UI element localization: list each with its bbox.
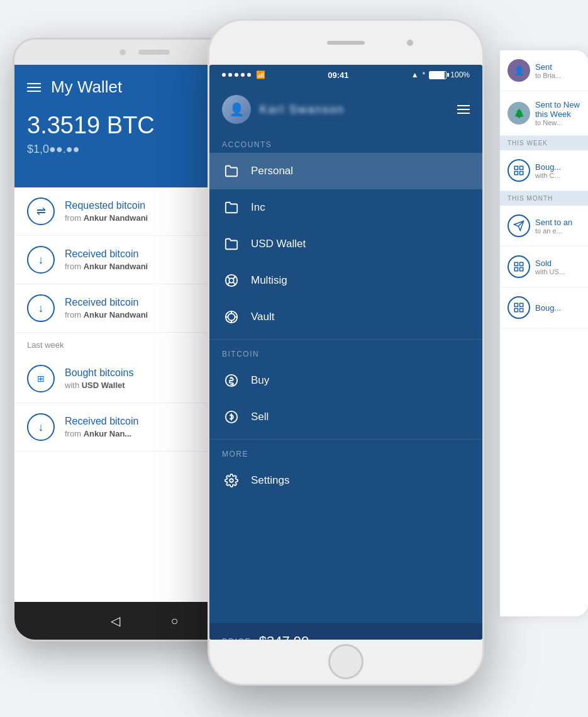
preview-sub: to New... xyxy=(535,119,580,126)
sidebar-item-buy[interactable]: Buy xyxy=(209,362,482,399)
this-week-section: THIS WEEK xyxy=(500,136,588,150)
svg-rect-23 xyxy=(520,172,523,175)
list-item[interactable]: Boug... with C... xyxy=(500,150,588,191)
status-right: ▲ * 100% xyxy=(411,70,470,79)
android-speaker xyxy=(138,50,170,55)
signal-dot xyxy=(241,73,245,77)
status-time: 09:41 xyxy=(328,70,348,80)
receive-icon: ↓ xyxy=(27,294,55,322)
sidebar-item-label: Inc xyxy=(251,201,265,214)
signal-arrow-icon: ▲ xyxy=(411,70,419,79)
ios-bottom xyxy=(209,640,482,684)
svg-point-1 xyxy=(229,278,233,282)
sidebar-item-label: Buy xyxy=(251,374,269,387)
preview-title: Boug... xyxy=(535,303,580,313)
folder-icon xyxy=(222,235,241,253)
signal-dot xyxy=(228,73,232,77)
sidebar-item-multisig[interactable]: Multisig xyxy=(209,262,482,299)
avatar: 🌲 xyxy=(508,102,530,125)
preview-text: Sent to an to an e... xyxy=(535,218,580,235)
sidebar-item-personal[interactable]: Personal xyxy=(209,153,482,189)
preview-sub: with US... xyxy=(535,268,580,275)
this-month-section: THIS MONTH xyxy=(500,191,588,206)
wifi-icon: 📶 xyxy=(256,70,265,79)
list-item[interactable]: Sold with US... xyxy=(500,247,588,287)
buy-icon xyxy=(508,296,530,319)
sidebar-item-label: Settings xyxy=(251,474,289,487)
wallet-title: My Wallet xyxy=(51,77,122,97)
status-left: 📶 xyxy=(222,70,265,79)
battery-icon xyxy=(429,71,447,79)
signal-dot xyxy=(235,73,238,77)
right-preview-panel: 👤 Sent to Bria... 🌲 Sent to New this Wee… xyxy=(500,50,588,616)
price-bar: PRICE $347.90 xyxy=(209,623,482,640)
signal-dot xyxy=(222,73,226,77)
preview-text: Sent to Bria... xyxy=(535,62,580,79)
bitcoin-icon xyxy=(222,371,241,390)
more-section-label: MORE xyxy=(209,443,482,462)
ios-app: 👤 Karl Swanson ACCOUNTS Personal xyxy=(209,85,482,640)
sidebar-item-settings[interactable]: Settings xyxy=(209,462,482,499)
svg-rect-30 xyxy=(514,268,518,271)
ios-speaker xyxy=(327,41,365,45)
preview-sub: to an e... xyxy=(535,227,580,235)
battery-percent: 100% xyxy=(450,70,470,79)
svg-rect-29 xyxy=(520,268,523,271)
preview-text: Sent to New this Week to New... xyxy=(535,100,580,126)
folder-icon xyxy=(222,198,241,217)
preview-text: Sold with US... xyxy=(535,258,580,275)
svg-rect-27 xyxy=(514,262,518,265)
ios-notch xyxy=(209,21,482,65)
svg-rect-32 xyxy=(520,303,523,306)
sidebar-item-label: Personal xyxy=(251,165,293,177)
ios-hamburger-icon[interactable] xyxy=(457,105,470,114)
preview-title: Sent to an xyxy=(535,218,580,227)
gear-icon xyxy=(222,471,241,490)
list-item[interactable]: Sent to an to an e... xyxy=(500,206,588,247)
menu-divider xyxy=(209,439,482,440)
sidebar-item-inc[interactable]: Inc xyxy=(209,189,482,226)
bitcoin-section-label: BITCOIN xyxy=(209,343,482,362)
receive-icon: ↓ xyxy=(27,246,55,274)
price-label: PRICE xyxy=(222,637,252,640)
ios-screen: 📶 09:41 ▲ * 100% 👤 Karl Swanson xyxy=(209,65,482,640)
list-item[interactable]: Boug... xyxy=(500,287,588,328)
buy-icon: ⊞ xyxy=(27,365,55,392)
menu-divider xyxy=(209,339,482,340)
android-home-button[interactable]: ○ xyxy=(170,614,178,628)
ios-home-button[interactable] xyxy=(328,644,363,679)
svg-point-20 xyxy=(230,479,233,482)
battery-fill xyxy=(430,72,444,79)
preview-text: Boug... xyxy=(535,303,580,313)
svg-rect-24 xyxy=(514,172,518,175)
avatar: 👤 xyxy=(508,59,530,82)
preview-text: Boug... with C... xyxy=(535,162,580,179)
accounts-section-label: ACCOUNTS xyxy=(209,134,482,153)
android-back-button[interactable]: ◁ xyxy=(111,613,120,628)
preview-title: Sent to New this Week xyxy=(535,100,580,119)
svg-point-8 xyxy=(228,314,235,321)
user-name: Karl Swanson xyxy=(260,103,345,116)
sidebar-item-sell[interactable]: Sell xyxy=(209,399,482,435)
list-item[interactable]: 🌲 Sent to New this Week to New... xyxy=(500,91,588,136)
bluetooth-icon: * xyxy=(423,70,426,79)
dollar-icon xyxy=(222,408,241,426)
svg-rect-22 xyxy=(520,166,523,169)
svg-line-6 xyxy=(228,282,230,285)
multisig-icon xyxy=(222,271,241,290)
sidebar-item-label: Sell xyxy=(251,411,269,423)
sidebar-item-usd-wallet[interactable]: USD Wallet xyxy=(209,226,482,262)
sidebar-item-vault[interactable]: Vault xyxy=(209,299,482,335)
ios-user-header: 👤 Karl Swanson xyxy=(209,85,482,134)
list-item[interactable]: 👤 Sent to Bria... xyxy=(500,50,588,91)
ios-camera xyxy=(407,40,413,46)
ios-status-bar: 📶 09:41 ▲ * 100% xyxy=(209,65,482,85)
preview-title: Sold xyxy=(535,258,580,268)
svg-line-3 xyxy=(233,282,236,285)
svg-rect-28 xyxy=(520,262,523,265)
svg-rect-21 xyxy=(514,166,518,169)
receive-icon: ↓ xyxy=(27,413,55,441)
hamburger-icon[interactable] xyxy=(27,83,41,92)
svg-rect-34 xyxy=(514,309,518,312)
svg-line-5 xyxy=(233,277,235,279)
